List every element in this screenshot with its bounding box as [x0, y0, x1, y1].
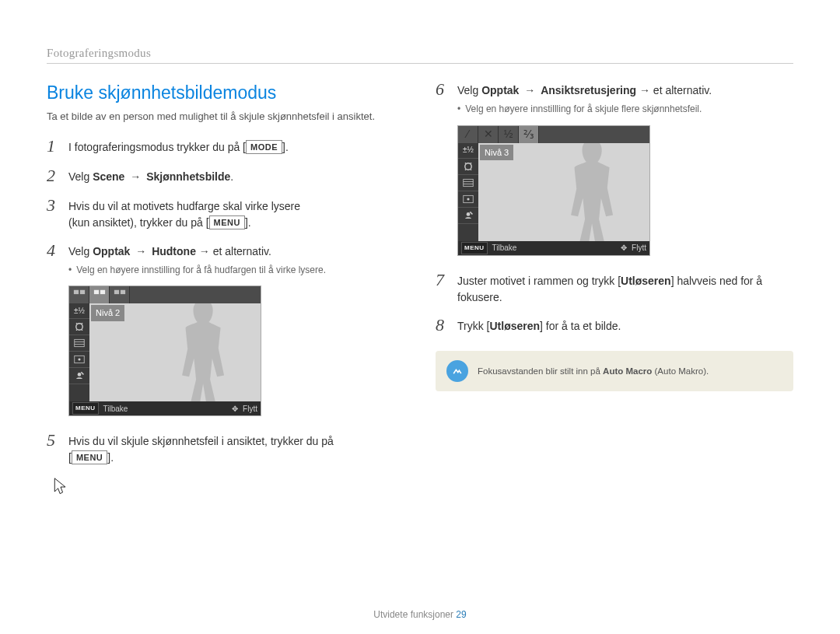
tab-icon: ⁄: [458, 126, 478, 143]
step-body: I fotograferingsmodus trykker du på [MOD…: [68, 139, 404, 156]
move-label: Flytt: [632, 242, 646, 254]
text: → et alternativ.: [636, 84, 712, 96]
text: Trykk [: [457, 320, 489, 332]
menu-key: MENU: [72, 450, 107, 464]
person-silhouette-icon: [558, 134, 628, 246]
text: Juster motivet i rammen og trykk [: [457, 275, 621, 287]
text: Velg: [457, 84, 481, 96]
step-6: 6 Velg Opptak → Ansiktsretusjering → et …: [436, 82, 793, 261]
text: Hvis du vil skjule skjønnhetsfeil i ansi…: [68, 435, 334, 447]
text: (Auto Makro).: [652, 366, 709, 376]
lcd-screen: [89, 286, 261, 401]
svg-rect-10: [73, 290, 78, 294]
text: ].: [107, 451, 114, 464]
step-1: 1 I fotograferingsmodus trykker du på [M…: [47, 139, 404, 156]
toolbar-icon: [69, 368, 89, 384]
step-number: 3: [47, 197, 61, 229]
tab-icon: [110, 286, 130, 303]
tab-icon-selected: [89, 286, 110, 303]
content-columns: Bruke skjønnhetsbildemodus Ta et bilde a…: [47, 82, 793, 478]
menu-chip: MENU: [461, 242, 488, 254]
person-silhouette-icon: [169, 294, 239, 406]
svg-point-7: [78, 359, 80, 361]
bold: Skjønnhetsbilde: [146, 170, 230, 183]
text: ].: [245, 216, 251, 229]
text: ] for å ta et bilde.: [540, 320, 621, 332]
back-label: Tilbake: [492, 242, 517, 254]
toolbar-icon: [69, 319, 89, 335]
svg-line-25: [470, 212, 472, 214]
note-text: Fokusavstanden blir stilt inn på Auto Ma…: [478, 366, 709, 376]
lcd-top-tabs: [69, 286, 261, 303]
svg-rect-15: [120, 290, 124, 294]
text: I fotograferingsmodus trykker du på [: [68, 141, 246, 153]
svg-rect-13: [100, 290, 104, 294]
sub-bullet-list: Velg en høyere innstillling for å skjule…: [457, 103, 793, 116]
dpad-icon: ✥: [232, 403, 238, 415]
menu-chip: MENU: [72, 402, 99, 415]
svg-rect-3: [75, 339, 84, 346]
text: Velg: [68, 170, 93, 183]
text: Velg en høyere innstillling for å skjule…: [465, 103, 702, 116]
step-4: 4 Velg Opptak → Hudtone → et alternativ.…: [47, 243, 404, 422]
toolbar-icon: [458, 159, 478, 175]
arrow-icon: →: [522, 82, 537, 99]
sub-bullet-list: Velg en høyere innstilling for å få hudf…: [68, 264, 404, 277]
bold: Opptak: [93, 245, 130, 257]
svg-point-8: [78, 373, 82, 377]
step-body: Velg Opptak → Hudtone → et alternativ. V…: [68, 243, 404, 422]
step-3: 3 Hvis du vil at motivets hudfarge skal …: [47, 198, 404, 231]
text: Velg en høyere innstilling for å få hudf…: [76, 264, 326, 277]
lcd-bottom-bar: MENU Tilbake ✥ Flytt: [69, 401, 261, 415]
lcd-bottom-bar: MENU Tilbake ✥ Flytt: [458, 241, 649, 255]
step-7: 7 Juster motivet i rammen og trykk [Utlø…: [436, 273, 793, 306]
step-body: Hvis du vil skjule skjønnhetsfeil i ansi…: [68, 433, 404, 466]
text: Hvis du vil at motivets hudfarge skal vi…: [68, 200, 300, 212]
text: → et alternativ.: [196, 245, 271, 257]
tab-icon: ✕: [478, 126, 499, 143]
menu-key: MENU: [209, 215, 245, 229]
bullet-item: Velg en høyere innstillling for å skjule…: [457, 103, 793, 116]
footer-label: Utvidete funksjoner: [373, 609, 453, 620]
svg-rect-12: [93, 290, 98, 294]
arrow-icon: →: [133, 243, 149, 260]
tab-icon: ½: [499, 126, 519, 143]
step-number: 5: [47, 432, 61, 464]
step-number: 7: [436, 271, 450, 304]
steps-list-right: 6 Velg Opptak → Ansiktsretusjering → et …: [436, 82, 793, 335]
bullet-item: Velg en høyere innstilling for å få hudf…: [68, 264, 404, 277]
lcd-left-toolbar: ±½: [458, 126, 478, 241]
steps-list-left: 1 I fotograferingsmodus trykker du på [M…: [47, 139, 404, 467]
svg-rect-19: [464, 179, 473, 186]
lcd-selected-level: Nivå 2: [91, 305, 124, 321]
step-body: Hvis du vil at motivets hudfarge skal vi…: [68, 198, 404, 231]
text: Velg: [68, 245, 93, 257]
arrow-icon: →: [128, 169, 143, 185]
bold: Hudtone: [152, 245, 196, 257]
bold: Utløseren: [489, 320, 540, 332]
text: Fokusavstanden blir stilt inn på: [478, 366, 603, 376]
text: (kun ansiktet), trykker du på [: [68, 216, 209, 229]
step-number: 8: [436, 317, 450, 334]
lcd-screen: [478, 126, 649, 241]
text: .: [230, 170, 233, 183]
svg-point-24: [467, 212, 471, 216]
toolbar-icon: [69, 335, 89, 352]
move-label: Flytt: [243, 403, 257, 415]
step-5: 5 Hvis du vil skjule skjønnhetsfeil i an…: [47, 433, 404, 466]
svg-point-18: [465, 163, 471, 169]
lcd-figure-retouch: ±½ ⁄ ✕ ½ ⅔ Nivå 3: [457, 125, 650, 256]
mouse-cursor-icon: [54, 478, 68, 496]
step-number: 4: [47, 242, 61, 420]
step-number: 6: [436, 81, 450, 259]
page-title: Bruke skjønnhetsbildemodus: [47, 82, 404, 103]
tab-icon: [69, 286, 89, 303]
step-body: Velg Opptak → Ansiktsretusjering → et al…: [457, 82, 793, 261]
tab-icon-selected: ⅔: [519, 126, 539, 143]
dpad-icon: ✥: [621, 242, 627, 254]
svg-point-23: [467, 198, 469, 200]
svg-rect-11: [79, 290, 84, 294]
intro-text: Ta et bilde av en person med mulighet ti…: [47, 110, 404, 124]
svg-rect-14: [114, 290, 118, 294]
step-body: Trykk [Utløseren] for å ta et bilde.: [457, 318, 793, 335]
